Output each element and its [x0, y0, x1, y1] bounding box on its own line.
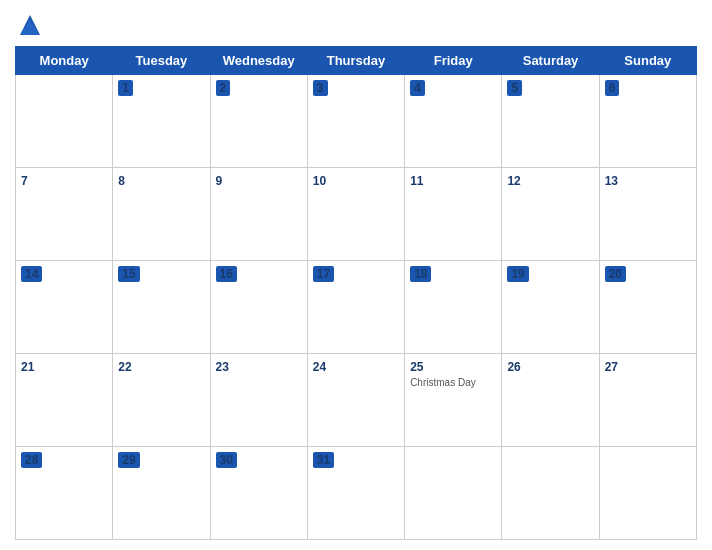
calendar-cell: 26: [502, 354, 599, 447]
calendar-cell: 11: [405, 168, 502, 261]
col-header-thursday: Thursday: [307, 47, 404, 75]
calendar-cell: 30: [210, 447, 307, 540]
holiday-label: Christmas Day: [410, 377, 496, 388]
day-number: 25: [410, 360, 423, 374]
calendar-cell: [599, 447, 696, 540]
day-number: 16: [216, 266, 237, 282]
day-number: 9: [216, 174, 223, 188]
day-number: 11: [410, 174, 423, 188]
calendar-cell: 10: [307, 168, 404, 261]
calendar-cell: 16: [210, 261, 307, 354]
calendar-row-2: 78910111213: [16, 168, 697, 261]
calendar-cell: 21: [16, 354, 113, 447]
calendar-cell: 20: [599, 261, 696, 354]
calendar-cell: 13: [599, 168, 696, 261]
day-number: 5: [507, 80, 522, 96]
calendar-cell: [405, 447, 502, 540]
logo-icon: [15, 10, 45, 40]
day-number: 19: [507, 266, 528, 282]
calendar-cell: 2: [210, 75, 307, 168]
page-header: [15, 10, 697, 40]
day-number: 6: [605, 80, 620, 96]
day-number: 21: [21, 360, 34, 374]
day-number: 20: [605, 266, 626, 282]
calendar-cell: 24: [307, 354, 404, 447]
day-number: 29: [118, 452, 139, 468]
calendar-cell: [16, 75, 113, 168]
calendar-cell: 8: [113, 168, 210, 261]
calendar-cell: 1: [113, 75, 210, 168]
calendar-cell: 17: [307, 261, 404, 354]
calendar-cell: 23: [210, 354, 307, 447]
day-number: 30: [216, 452, 237, 468]
calendar-row-3: 14151617181920: [16, 261, 697, 354]
col-header-wednesday: Wednesday: [210, 47, 307, 75]
calendar-cell: 7: [16, 168, 113, 261]
calendar-row-4: 2122232425Christmas Day2627: [16, 354, 697, 447]
calendar-cell: 28: [16, 447, 113, 540]
day-number: 15: [118, 266, 139, 282]
day-number: 14: [21, 266, 42, 282]
day-number: 24: [313, 360, 326, 374]
calendar-cell: 22: [113, 354, 210, 447]
calendar-cell: 5: [502, 75, 599, 168]
calendar-table: MondayTuesdayWednesdayThursdayFridaySatu…: [15, 46, 697, 540]
day-number: 26: [507, 360, 520, 374]
calendar-cell: 25Christmas Day: [405, 354, 502, 447]
day-number: 4: [410, 80, 425, 96]
day-number: 23: [216, 360, 229, 374]
day-number: 18: [410, 266, 431, 282]
day-number: 13: [605, 174, 618, 188]
day-number: 28: [21, 452, 42, 468]
svg-marker-1: [20, 20, 40, 35]
day-number: 31: [313, 452, 334, 468]
logo: [15, 10, 49, 40]
calendar-cell: 3: [307, 75, 404, 168]
calendar-cell: 27: [599, 354, 696, 447]
day-number: 27: [605, 360, 618, 374]
calendar-cell: 31: [307, 447, 404, 540]
day-number: 17: [313, 266, 334, 282]
col-header-sunday: Sunday: [599, 47, 696, 75]
calendar-cell: [502, 447, 599, 540]
day-number: 1: [118, 80, 133, 96]
day-number: 2: [216, 80, 231, 96]
day-number: 8: [118, 174, 125, 188]
calendar-row-1: 123456: [16, 75, 697, 168]
day-number: 3: [313, 80, 328, 96]
calendar-cell: 19: [502, 261, 599, 354]
calendar-header-row: MondayTuesdayWednesdayThursdayFridaySatu…: [16, 47, 697, 75]
col-header-tuesday: Tuesday: [113, 47, 210, 75]
calendar-cell: 9: [210, 168, 307, 261]
calendar-cell: 18: [405, 261, 502, 354]
col-header-saturday: Saturday: [502, 47, 599, 75]
calendar-cell: 14: [16, 261, 113, 354]
calendar-cell: 15: [113, 261, 210, 354]
calendar-cell: 29: [113, 447, 210, 540]
day-number: 22: [118, 360, 131, 374]
day-number: 12: [507, 174, 520, 188]
day-number: 7: [21, 174, 28, 188]
calendar-row-5: 28293031: [16, 447, 697, 540]
col-header-monday: Monday: [16, 47, 113, 75]
calendar-cell: 12: [502, 168, 599, 261]
calendar-cell: 4: [405, 75, 502, 168]
day-number: 10: [313, 174, 326, 188]
col-header-friday: Friday: [405, 47, 502, 75]
calendar-cell: 6: [599, 75, 696, 168]
